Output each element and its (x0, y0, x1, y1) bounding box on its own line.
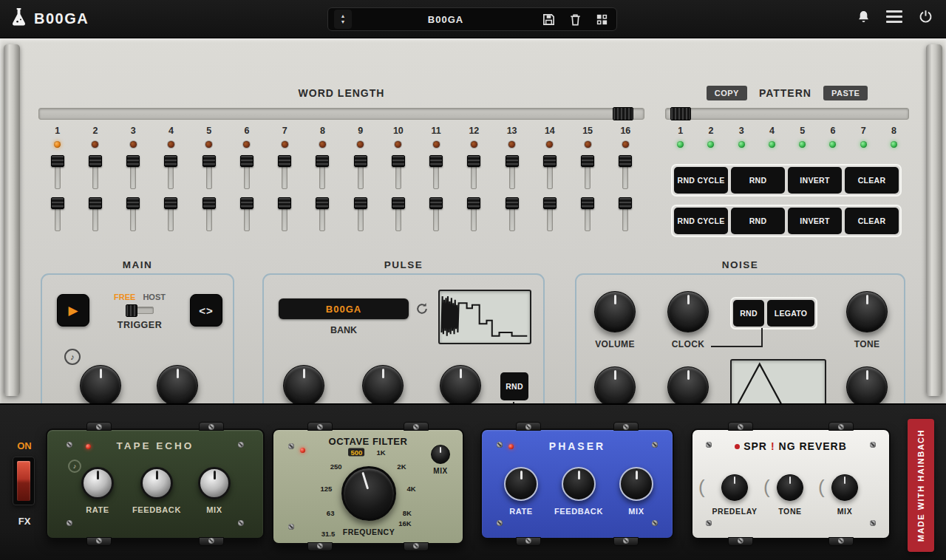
predelay-knob-dial[interactable] (721, 474, 748, 501)
stepper-down-icon[interactable]: ▼ (341, 19, 346, 25)
legato-button[interactable]: LEGATO (767, 300, 814, 327)
phaser-mix-knob[interactable]: MIX (607, 467, 666, 516)
slider-handle[interactable] (619, 197, 632, 209)
step-slider[interactable] (581, 197, 594, 231)
slider-handle[interactable] (126, 197, 140, 209)
slider-handle[interactable] (354, 155, 367, 167)
slider-handle[interactable] (89, 197, 102, 209)
stepper-up-icon[interactable]: ▲ (341, 13, 346, 19)
step-slider[interactable] (543, 155, 557, 189)
tape-mix-knob[interactable]: MIX (185, 467, 244, 514)
pattern-button-rnd[interactable]: RND (731, 167, 785, 194)
noise-rnd-button[interactable]: RND (733, 300, 764, 327)
slider-handle[interactable] (89, 155, 102, 167)
trash-icon[interactable] (566, 10, 584, 28)
step-slider[interactable] (467, 197, 480, 231)
step-slider[interactable] (506, 155, 519, 189)
random-icon[interactable] (593, 10, 610, 28)
slider-handle[interactable] (429, 197, 443, 209)
play-button[interactable]: ▶ (57, 294, 89, 327)
phaser-mix-knob-dial[interactable] (619, 467, 653, 501)
step-slider[interactable] (354, 155, 367, 189)
env-shape-knob-dial[interactable] (846, 366, 888, 408)
pattern-button-invert[interactable]: INVERT (788, 167, 842, 194)
slider-handle[interactable] (240, 155, 253, 167)
main-volume-knob-dial[interactable] (157, 365, 198, 406)
step-slider[interactable] (240, 155, 253, 189)
step-slider[interactable] (89, 155, 102, 189)
preset-stepper[interactable]: ▲ ▼ (334, 10, 352, 29)
slider-handle[interactable] (278, 197, 291, 209)
step-slider[interactable] (126, 197, 140, 231)
step-slider[interactable] (51, 197, 64, 231)
clock-knob-dial[interactable] (667, 291, 709, 332)
clock-knob[interactable]: CLOCK (657, 291, 719, 349)
trigger-toggle[interactable] (126, 307, 154, 314)
xfade-knob-dial[interactable] (440, 365, 481, 406)
slider-handle[interactable] (316, 155, 329, 167)
pattern-button-clear[interactable]: CLEAR (845, 167, 899, 194)
step-slider[interactable] (164, 155, 177, 189)
step-slider[interactable] (240, 197, 253, 231)
step-slider[interactable] (316, 197, 329, 231)
spring-tone-knob[interactable]: TONE (760, 474, 820, 516)
filter-mix-knob[interactable]: MIX (418, 445, 463, 475)
pattern-button-rnd-cycle[interactable]: RND CYCLE (674, 167, 728, 194)
fx-power-rocker[interactable] (17, 461, 30, 501)
pattern-button-invert[interactable]: INVERT (788, 208, 842, 234)
trigger-host-label[interactable]: HOST (143, 293, 166, 301)
slider-handle[interactable] (543, 197, 557, 209)
slider-handle[interactable] (392, 155, 405, 167)
step-slider[interactable] (429, 155, 443, 189)
tone-knob-dial[interactable] (846, 291, 888, 332)
noise-volume-knob[interactable]: VOLUME (584, 291, 646, 349)
step-slider[interactable] (392, 155, 405, 189)
step-slider[interactable] (581, 155, 594, 189)
tape-rate-knob-dial[interactable] (81, 467, 114, 499)
step-slider[interactable] (506, 197, 519, 231)
phaser-rate-knob[interactable]: RATE (491, 467, 551, 516)
tape-feedback-knob[interactable]: FEEDBACK (127, 467, 186, 514)
slider-handle[interactable] (354, 197, 367, 209)
step-slider[interactable] (619, 197, 632, 231)
save-icon[interactable] (540, 10, 557, 28)
note-sync-button[interactable]: ♪ (64, 349, 81, 365)
phaser-feedback-knob-dial[interactable] (562, 467, 596, 501)
frequency-knob-dial[interactable] (341, 466, 396, 521)
trigger-toggle-handle[interactable] (126, 304, 137, 317)
phaser-rate-knob-dial[interactable] (504, 467, 538, 501)
slider-handle[interactable] (581, 155, 594, 167)
step-slider[interactable] (203, 197, 216, 231)
slider-handle[interactable] (126, 155, 140, 167)
slider-handle[interactable] (429, 155, 443, 167)
step-slider[interactable] (543, 197, 557, 231)
tape-feedback-knob-dial[interactable] (140, 467, 173, 499)
preset-name[interactable]: B00GA (352, 14, 540, 25)
step-slider[interactable] (392, 197, 405, 231)
rate-knob-dial[interactable] (80, 365, 121, 406)
slider-handle[interactable] (164, 197, 177, 209)
tone-knob[interactable]: TONE (836, 291, 898, 349)
fx-power-switch[interactable] (13, 457, 35, 505)
range-button[interactable]: <> (190, 294, 222, 327)
bell-icon[interactable] (854, 7, 872, 25)
slider-handle[interactable] (506, 155, 519, 167)
slider-handle[interactable] (543, 155, 557, 167)
step-slider[interactable] (354, 197, 367, 231)
slider-handle[interactable] (203, 155, 216, 167)
step-slider[interactable] (316, 155, 329, 189)
step-slider[interactable] (203, 155, 216, 189)
attack-knob-dial[interactable] (594, 366, 636, 408)
spring-mix-knob[interactable]: MIX (815, 474, 874, 516)
slider-handle[interactable] (581, 197, 594, 209)
copy-button[interactable]: COPY (707, 86, 747, 100)
decay-knob-dial[interactable] (667, 366, 709, 408)
slider-handle[interactable] (392, 197, 405, 209)
word-length-slider[interactable] (38, 108, 644, 120)
slider-handle[interactable] (51, 197, 64, 209)
slider-handle[interactable] (619, 155, 632, 167)
step-slider[interactable] (278, 155, 291, 189)
noise-volume-knob-dial[interactable] (594, 291, 636, 332)
step-slider[interactable] (278, 197, 291, 231)
step-slider[interactable] (164, 197, 177, 231)
